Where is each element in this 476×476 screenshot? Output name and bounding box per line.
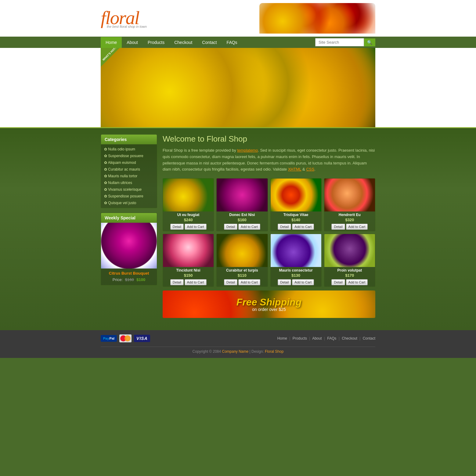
product-item-5: Tincidunt Nisi $150 Detail Add to Cart <box>163 234 214 287</box>
logo-tagline: the best floral shop in town <box>107 25 147 28</box>
footer-home-link[interactable]: Home <box>277 336 287 341</box>
categories-list: ✿ Nulla odio ipsum ✿ Suspendisse posuere… <box>101 144 157 208</box>
css-link[interactable]: CSS <box>306 167 314 171</box>
main-navigation: Home About Products Checkout Contact FAQ… <box>101 37 242 48</box>
footer-copyright: Copyright © 2084 Company Name | Design: … <box>101 347 375 358</box>
product-item-6: Curabitur et turpis $110 Detail Add to C… <box>216 234 268 287</box>
product-price-2: $160 <box>217 217 267 222</box>
detail-button-7[interactable]: Detail <box>278 279 291 285</box>
detail-button-6[interactable]: Detail <box>224 279 237 285</box>
nav-item-faqs[interactable]: FAQs <box>222 37 242 48</box>
product-item-7: Mauris consectetur $130 Detail Add to Ca… <box>270 234 322 287</box>
category-item[interactable]: ✿ Vivamus scelerisque <box>101 186 157 193</box>
categories-title: Categories <box>101 135 157 144</box>
weekly-special-price: Price: $160 $100 <box>101 276 157 285</box>
product-thumb-8 <box>324 234 375 267</box>
search-input[interactable] <box>315 38 364 46</box>
add-to-cart-button-4[interactable]: Add to Cart <box>346 224 368 230</box>
footer: PayPal VISA Home | Products | About | FA… <box>0 330 476 358</box>
visa-icon: VISA <box>134 335 150 342</box>
footer-contact-link[interactable]: Contact <box>363 336 375 341</box>
paypal-icon: PayPal <box>101 335 117 342</box>
category-item[interactable]: ✿ Suspendisse posuere <box>101 153 157 159</box>
weekly-special-box: Weekly Special Citrus Burst Bouquet Pric… <box>101 213 157 285</box>
product-name-3: Tristique Vitae <box>271 211 321 217</box>
mastercard-icon <box>119 334 132 342</box>
product-name-1: Ut eu feugiat <box>163 211 214 217</box>
footer-top: PayPal VISA Home | Products | About | FA… <box>101 330 375 347</box>
detail-button-3[interactable]: Detail <box>278 224 291 230</box>
product-name-6: Curabitur et turpis <box>217 267 267 273</box>
add-to-cart-button-1[interactable]: Add to Cart <box>185 224 207 230</box>
product-price-4: $320 <box>324 217 375 222</box>
add-to-cart-button-5[interactable]: Add to Cart <box>185 279 207 285</box>
category-item[interactable]: ✿ Nulla odio ipsum <box>101 146 157 153</box>
detail-button-2[interactable]: Detail <box>224 224 237 230</box>
company-name-link[interactable]: Company Name <box>222 349 249 354</box>
detail-button-8[interactable]: Detail <box>331 279 345 285</box>
footer-checkout-link[interactable]: Checkout <box>342 336 357 341</box>
whats-hot-badge: WHAT'S HOT! <box>101 48 125 72</box>
product-item-4: Hendrerit Eu $320 Detail Add to Cart <box>324 178 375 231</box>
welcome-text: Floral Shop is a free template provided … <box>163 147 375 173</box>
detail-button-4[interactable]: Detail <box>331 224 345 230</box>
design-name-link[interactable]: Floral Shop <box>265 349 283 354</box>
products-grid-row2: Tincidunt Nisi $150 Detail Add to Cart C… <box>163 234 375 287</box>
nav-item-products[interactable]: Products <box>143 37 169 48</box>
detail-button-1[interactable]: Detail <box>170 224 184 230</box>
nav-item-contact[interactable]: Contact <box>197 37 222 48</box>
product-item-8: Proin volutpat $170 Detail Add to Cart <box>324 234 375 287</box>
footer-products-link[interactable]: Products <box>293 336 307 341</box>
main-content: Welcome to Floral Shop Floral Shop is a … <box>163 134 375 318</box>
category-item[interactable]: ✿ Aliquam euismod <box>101 159 157 166</box>
detail-button-5[interactable]: Detail <box>170 279 184 285</box>
free-shipping-main-text: Free Shipping <box>236 297 301 308</box>
logo: floral the best floral shop in town <box>101 8 147 28</box>
search-container: 🔍 <box>315 37 375 48</box>
add-to-cart-button-2[interactable]: Add to Cart <box>238 224 260 230</box>
hero-image <box>101 48 375 127</box>
footer-about-link[interactable]: About <box>312 336 322 341</box>
category-item[interactable]: ✿ Mauris nulla tortor <box>101 173 157 179</box>
templatemo-link[interactable]: templatemo <box>237 148 258 153</box>
new-price: $100 <box>136 277 145 282</box>
old-price: $160 <box>125 277 134 282</box>
add-to-cart-button-3[interactable]: Add to Cart <box>292 224 314 230</box>
category-item[interactable]: ✿ Curabitur ac mauris <box>101 166 157 173</box>
categories-box: Categories ✿ Nulla odio ipsum ✿ Suspendi… <box>101 134 157 208</box>
category-item[interactable]: ✿ Quisque vel justo <box>101 200 157 206</box>
product-thumb-1 <box>163 179 214 211</box>
product-price-5: $150 <box>163 273 214 278</box>
category-item[interactable]: ✿ Suspendisse posuere <box>101 193 157 200</box>
nav-item-checkout[interactable]: Checkout <box>169 37 197 48</box>
product-thumb-4 <box>324 179 375 211</box>
product-name-7: Mauris consectetur <box>271 267 321 273</box>
price-label: Price: <box>113 277 123 282</box>
nav-item-home[interactable]: Home <box>101 37 122 48</box>
add-to-cart-button-7[interactable]: Add to Cart <box>292 279 314 285</box>
product-price-1: $240 <box>163 217 214 222</box>
add-to-cart-button-8[interactable]: Add to Cart <box>346 279 368 285</box>
weekly-special-image <box>101 223 157 269</box>
product-price-8: $170 <box>324 273 375 278</box>
xhtml-link[interactable]: XHTML <box>288 167 301 171</box>
add-to-cart-button-6[interactable]: Add to Cart <box>238 279 260 285</box>
product-thumb-5 <box>163 234 214 267</box>
product-item-1: Ut eu feugiat $240 Detail Add to Cart <box>163 178 214 231</box>
footer-faqs-link[interactable]: FAQs <box>327 336 336 341</box>
weekly-special-title: Weekly Special <box>101 213 157 223</box>
product-price-3: $140 <box>271 217 321 222</box>
product-name-2: Donec Est Nisi <box>217 211 267 217</box>
search-button[interactable]: 🔍 <box>364 38 375 46</box>
header-flower-decoration <box>259 3 375 34</box>
payment-icons: PayPal VISA <box>101 334 150 342</box>
free-shipping-banner: Free Shipping on order over $25 <box>163 290 375 318</box>
product-thumb-2 <box>217 179 267 211</box>
product-price-6: $110 <box>217 273 267 278</box>
sidebar: Categories ✿ Nulla odio ipsum ✿ Suspendi… <box>101 134 157 318</box>
product-name-4: Hendrerit Eu <box>324 211 375 217</box>
footer-nav: Home | Products | About | FAQs | Checkou… <box>277 336 375 341</box>
nav-item-about[interactable]: About <box>122 37 143 48</box>
category-item[interactable]: ✿ Nullam ultrices <box>101 179 157 186</box>
badge-text: WHAT'S HOT! <box>102 48 117 61</box>
